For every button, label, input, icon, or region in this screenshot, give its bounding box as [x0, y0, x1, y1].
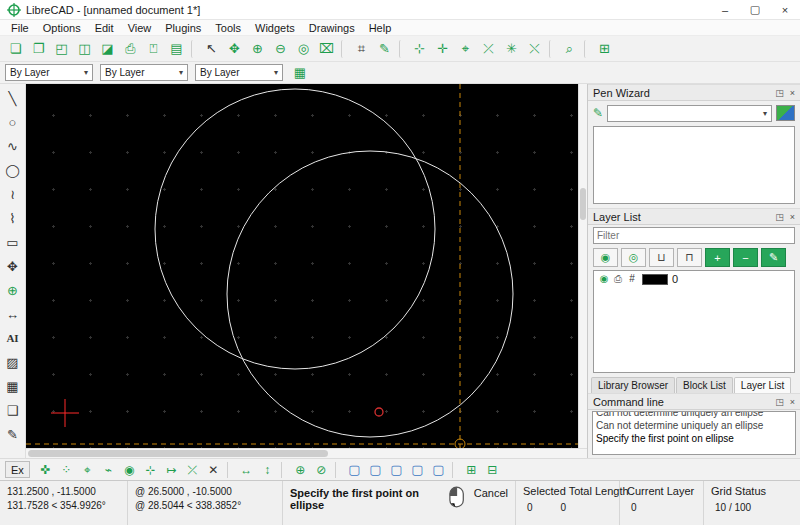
draw-order-icon[interactable]: ⊞ — [594, 38, 615, 59]
snap-middle-icon[interactable]: ✳ — [501, 38, 522, 59]
layer-print-icon[interactable]: ⎙ — [612, 273, 624, 285]
new-from-template-icon[interactable]: ❐ — [28, 38, 49, 59]
vertical-scrollbar[interactable] — [578, 84, 587, 448]
zoom-out-icon[interactable]: ⊖ — [270, 38, 291, 59]
command-history[interactable]: Can not determine uniquely an ellipseCan… — [592, 411, 796, 455]
remove-layer-icon[interactable]: − — [733, 248, 758, 267]
draw-order-select-icon[interactable]: ▢ — [429, 460, 448, 479]
vertical-scrollbar-thumb[interactable] — [580, 188, 586, 220]
zoom-window-icon[interactable]: ⌧ — [316, 38, 337, 59]
save-as-document-icon[interactable]: ◪ — [97, 38, 118, 59]
draw-order-top-icon[interactable]: ▢ — [345, 460, 364, 479]
modify-tool-icon[interactable]: ✥ — [2, 254, 24, 278]
snap-intersection-icon[interactable]: ⤫ — [183, 460, 202, 479]
float-panel-icon[interactable]: ◳ — [775, 212, 784, 222]
grid-toggle-icon[interactable]: ⌗ — [351, 38, 372, 59]
close-panel-icon[interactable]: × — [790, 88, 795, 98]
spline-tool-icon[interactable]: ≀ — [2, 182, 24, 206]
tab-layer-list[interactable]: Layer List — [734, 377, 791, 393]
maximize-button[interactable]: ▢ — [740, 0, 770, 19]
color-picker-button[interactable] — [776, 105, 795, 121]
snap-center-icon[interactable]: ◉ — [120, 460, 139, 479]
remove-vertex-icon[interactable]: ⊟ — [483, 460, 502, 479]
select-pointer-icon[interactable]: ↖ — [201, 38, 222, 59]
ellipse-tool-icon[interactable]: ◯ — [2, 158, 24, 182]
exclusive-snap-toggle[interactable]: Ex — [5, 461, 30, 478]
pen-apply-icon[interactable]: ▦ — [290, 63, 310, 83]
draw-order-bottom-icon[interactable]: ▢ — [408, 460, 427, 479]
add-vertex-icon[interactable]: ⊞ — [462, 460, 481, 479]
snap-endpoint-icon[interactable]: ⌖ — [78, 460, 97, 479]
open-document-icon[interactable]: ◰ — [51, 38, 72, 59]
snap-intersection-icon[interactable]: ⤫ — [478, 38, 499, 59]
hatch-tool-icon[interactable]: ▨ — [2, 350, 24, 374]
curve-tool-icon[interactable]: ∿ — [2, 134, 24, 158]
menu-view[interactable]: View — [121, 22, 159, 34]
snap-distance-icon[interactable]: ↦ — [162, 460, 181, 479]
float-panel-icon[interactable]: ◳ — [775, 397, 784, 407]
float-panel-icon[interactable]: ◳ — [775, 88, 784, 98]
save-document-icon[interactable]: ◫ — [74, 38, 95, 59]
zoom-redraw-icon[interactable]: ⌕ — [559, 38, 580, 59]
pen-wizard-listbox[interactable] — [593, 126, 795, 204]
layer-construction-icon[interactable]: # — [626, 273, 638, 285]
line-tool-icon[interactable]: ╲ — [2, 86, 24, 110]
print-preview-icon[interactable]: ⍞ — [143, 38, 164, 59]
menu-tools[interactable]: Tools — [208, 22, 248, 34]
unlock-all-layers-icon[interactable]: ⊔ — [649, 248, 674, 267]
pen-color-combo[interactable]: By Layer ▾ — [5, 64, 93, 81]
lock-relative-zero-icon[interactable]: ⊘ — [312, 460, 331, 479]
draft-pencil-icon[interactable]: ✎ — [2, 422, 24, 446]
image-tool-icon[interactable]: ▦ — [2, 374, 24, 398]
pan-zoom-icon[interactable]: ✥ — [224, 38, 245, 59]
restrict-horizontal-icon[interactable]: ↔ — [237, 460, 256, 479]
text-tool-icon[interactable]: AI — [2, 326, 24, 350]
pen-wizard-combo[interactable]: ▾ — [607, 105, 772, 122]
draw-order-raise-icon[interactable]: ▢ — [366, 460, 385, 479]
zoom-auto-icon[interactable]: ◎ — [293, 38, 314, 59]
menu-edit[interactable]: Edit — [88, 22, 121, 34]
add-layer-icon[interactable]: + — [705, 248, 730, 267]
menu-options[interactable]: Options — [36, 22, 88, 34]
horizontal-scrollbar-thumb[interactable] — [28, 450, 328, 457]
info-tool-icon[interactable]: ↔ — [2, 302, 24, 326]
show-all-layers-icon[interactable]: ◉ — [593, 248, 618, 267]
snap-entity-icon[interactable]: ⌁ — [99, 460, 118, 479]
close-button[interactable]: × — [770, 0, 800, 19]
restrict-nothing-icon[interactable]: ✕ — [204, 460, 223, 479]
layer-list-box[interactable]: ◉⎙# 0 — [593, 270, 795, 373]
drawing-canvas[interactable] — [26, 84, 578, 448]
menu-help[interactable]: Help — [362, 22, 399, 34]
menu-plugins[interactable]: Plugins — [158, 22, 208, 34]
hide-all-layers-icon[interactable]: ◎ — [621, 248, 646, 267]
layer-row[interactable]: ◉⎙# 0 — [594, 271, 794, 287]
horizontal-scrollbar[interactable] — [26, 448, 587, 458]
close-panel-icon[interactable]: × — [790, 212, 795, 222]
menu-drawings[interactable]: Drawings — [302, 22, 362, 34]
print-icon[interactable]: ⎙ — [120, 38, 141, 59]
modify-layer-icon[interactable]: ✎ — [761, 248, 786, 267]
restrict-vertical-icon[interactable]: ↕ — [258, 460, 277, 479]
menu-widgets[interactable]: Widgets — [248, 22, 302, 34]
tab-block-list[interactable]: Block List — [676, 377, 733, 393]
snap-center-icon[interactable]: ⌖ — [455, 38, 476, 59]
layer-color-swatch[interactable] — [642, 274, 668, 285]
layer-visible-icon[interactable]: ◉ — [598, 273, 610, 285]
circle-tool-icon[interactable]: ○ — [2, 110, 24, 134]
new-document-icon[interactable]: ❏ — [5, 38, 26, 59]
select-tool-icon[interactable]: ▭ — [2, 230, 24, 254]
zoom-in-icon[interactable]: ⊕ — [247, 38, 268, 59]
export-image-icon[interactable]: ▤ — [166, 38, 187, 59]
minimize-button[interactable]: – — [710, 0, 740, 19]
snap-grid-icon[interactable]: ⁘ — [57, 460, 76, 479]
draft-mode-icon[interactable]: ✎ — [374, 38, 395, 59]
menu-file[interactable]: File — [4, 22, 36, 34]
close-panel-icon[interactable]: × — [790, 397, 795, 407]
zoom-center-icon[interactable]: ⊕ — [2, 278, 24, 302]
tab-library-browser[interactable]: Library Browser — [591, 377, 675, 393]
polyline-tool-icon[interactable]: ⌇ — [2, 206, 24, 230]
snap-free-icon[interactable]: ✜ — [36, 460, 55, 479]
pen-width-combo[interactable]: By Layer ▾ — [100, 64, 188, 81]
pen-linetype-combo[interactable]: By Layer ▾ — [195, 64, 283, 81]
block-tool-icon[interactable]: ❑ — [2, 398, 24, 422]
